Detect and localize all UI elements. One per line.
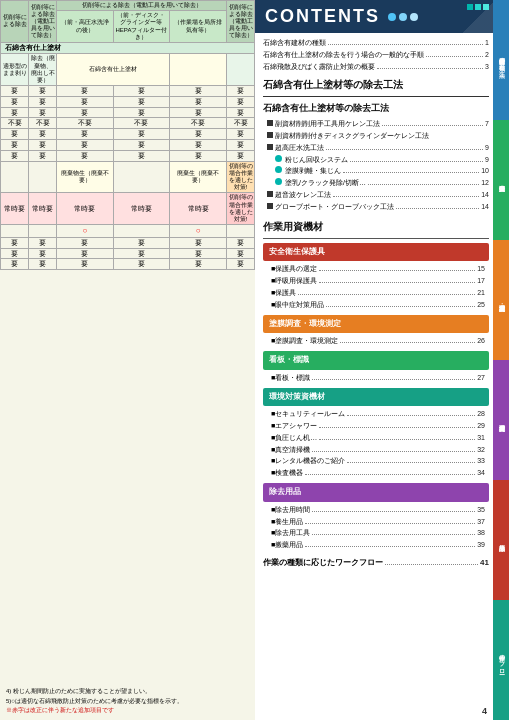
teal-bullet-3: [275, 155, 282, 162]
bullet-1: [267, 132, 273, 138]
cat-removal: 除去用品 ■除去用時間 35 ■養生用品 37 ■除去用工具 38 ■搬藥用品 …: [263, 483, 489, 551]
top-item-3-text: 石綿飛散及びばく露防止対策の概要: [263, 61, 485, 73]
rem-item-0: ■除去用時間 35: [267, 504, 485, 516]
rem-item-1: ■養生用品 37: [267, 516, 485, 528]
removal-item-1: 副資材削削付きディスクグラインダーケレン工法: [263, 130, 489, 142]
measurement-item-0: ■塗膜調査・環境測定 26: [267, 335, 485, 347]
env-item-4: ■レンタル機器のご紹介 33: [267, 455, 485, 467]
cat-removal-items: ■除去用時間 35 ■養生用品 37 ■除去用工具 38 ■搬藥用品 39: [263, 504, 489, 552]
top-item-1: 石綿含有建材の種類 1: [263, 37, 489, 49]
dots-2: [426, 56, 483, 57]
deco-dot-3: [410, 13, 418, 21]
left-page: 切削等による除去 切削等による除去（電動工具を用いて除去） 切削等による除去（電…: [0, 0, 255, 720]
right-tab-4: 環境対策資機材: [493, 360, 509, 480]
teal-sq-2: [475, 4, 481, 10]
env-item-2: ■負圧じん机… 31: [267, 432, 485, 444]
main-section-title: 石綿含有仕上塗材等の除去工法: [263, 76, 489, 97]
env-item-1: ■エアシャワー 29: [267, 420, 485, 432]
right-tab-1: 石綿含有仕上塗材の種類と工法: [493, 0, 509, 120]
teal-bullet-4: [275, 166, 282, 173]
safety-item-1: ■呼吸用保護具 17: [267, 275, 485, 287]
workflow-item: 作業の種類に応じたワークフロー 41: [263, 556, 489, 570]
top-item-1-page: 1: [485, 37, 489, 49]
removal-item-6: 超音波ケレン工法 14: [263, 189, 489, 201]
top-item-2-text: 石綿含有仕上塗材の除去を行う場合の一般的な手順: [263, 49, 485, 61]
safety-item-0: ■保護具の選定 15: [267, 263, 485, 275]
equipment-title: 作業用資機材: [263, 218, 489, 239]
cat-signage-header: 看板・標識: [263, 351, 489, 369]
cat-safety: 安全衛生保護具 ■保護具の選定 15 ■呼吸用保護具 17 ■保護具 21 ■眼…: [263, 243, 489, 311]
top-item-3-page: 3: [485, 61, 489, 73]
right-tab-2: 安全衛生保護具: [493, 120, 509, 240]
matrix-table: 切削等による除去 切削等による除去（電動工具を用いて除去） 切削等による除去（電…: [0, 0, 255, 270]
page-number: 4: [482, 706, 487, 716]
cat-environment-items: ■セキュリティールーム 28 ■エアシャワー 29 ■負圧じん机… 31 ■真空…: [263, 408, 489, 479]
right-page: CONTENTS 石綿含有建材の種類 1 石綿含有仕上塗材の除去を行う場合の一般…: [255, 0, 509, 720]
top-item-2: 石綿含有仕上塗材の除去を行う場合の一般的な手順 2: [263, 49, 489, 61]
env-item-0: ■セキュリティールーム 28: [267, 408, 485, 420]
contents-title: CONTENTS: [265, 6, 380, 27]
right-tab-3: 塗膜・環境測定材: [493, 240, 509, 360]
bullet-0: [267, 120, 273, 126]
dots-1: [328, 44, 483, 45]
env-item-5: ■検査機器 34: [267, 467, 485, 479]
right-tab-6: 作業のフロー: [493, 600, 509, 720]
cat-signage: 看板・標識 ■看板・標識 27: [263, 351, 489, 383]
contents-body: 石綿含有建材の種類 1 石綿含有仕上塗材の除去を行う場合の一般的な手順 2 石綿…: [255, 33, 509, 574]
removal-item-5: 塗乳/クラック発除/切断… 12: [263, 177, 489, 189]
bullet-6: [267, 191, 273, 197]
teal-sq-3: [483, 4, 489, 10]
top-item-1-text: 石綿含有建材の種類: [263, 37, 485, 49]
rem-item-3: ■搬藥用品 39: [267, 539, 485, 551]
cat-measurement-header: 塗膜調査・環境測定: [263, 315, 489, 333]
header-decoration: [388, 13, 418, 21]
cat-environment: 環境対策資機材 ■セキュリティールーム 28 ■エアシャワー 29 ■負圧じん机…: [263, 388, 489, 480]
removal-item-0: 副資材削削用手工具用ケレン工法 7: [263, 118, 489, 130]
cat-measurement: 塗膜調査・環境測定 ■塗膜調査・環境測定 26: [263, 315, 489, 347]
footnotes-area: 4) 粉じん期間防止のために実施することが望ましい。 5)○は適切な石綿飛散防止…: [0, 683, 255, 720]
right-tabs: 石綿含有仕上塗材の種類と工法 安全衛生保護具 塗膜・環境測定材 環境対策資機材 …: [493, 0, 509, 720]
removal-item-7: グローブボート・グローブバック工法 14: [263, 201, 489, 213]
removal-item-4: 塗膜剥離・集じん 10: [263, 165, 489, 177]
signage-item-0: ■看板・標識 27: [267, 372, 485, 384]
removal-item-2: 超高圧水洗工法 9: [263, 142, 489, 154]
deco-dot-2: [399, 13, 407, 21]
footnote-3: ※赤字は改正に伴う新たな追加項目です: [6, 706, 249, 716]
safety-item-2: ■保護具 21: [267, 287, 485, 299]
sub-section-title: 石綿含有仕上塗材等の除去工法: [263, 100, 489, 116]
cat-measurement-items: ■塗膜調査・環境測定 26: [263, 335, 489, 347]
cat-environment-header: 環境対策資機材: [263, 388, 489, 406]
deco-dot-1: [388, 13, 396, 21]
top-item-2-page: 2: [485, 49, 489, 61]
dots-3: [377, 68, 483, 69]
safety-item-3: ■眼中症対策用品 25: [267, 299, 485, 311]
cat-safety-header: 安全衛生保護具: [263, 243, 489, 261]
top-item-3: 石綿飛散及びばく露防止対策の概要 3: [263, 61, 489, 73]
cat-signage-items: ■看板・標識 27: [263, 372, 489, 384]
cat-safety-items: ■保護具の選定 15 ■呼吸用保護具 17 ■保護具 21 ■眼中症対策用品 2…: [263, 263, 489, 311]
removal-item-3: 粉じん回収システム 9: [263, 154, 489, 166]
right-tab-5: 除去用品: [493, 480, 509, 600]
teal-bullet-5: [275, 178, 282, 185]
cat-removal-header: 除去用品: [263, 483, 489, 501]
bullet-7: [267, 203, 273, 209]
footnote-1: 4) 粉じん期間防止のために実施することが望ましい。: [6, 687, 249, 697]
footnote-2: 5)○は適切な石綿飛散防止対策のために考慮が必要な指標を示す。: [6, 697, 249, 707]
env-item-3: ■真空清掃機 32: [267, 444, 485, 456]
teal-sq-1: [467, 4, 473, 10]
contents-header: CONTENTS: [255, 0, 509, 33]
header-teal-dots: [467, 4, 489, 10]
bullet-2: [267, 144, 273, 150]
rem-item-2: ■除去用工具 38: [267, 527, 485, 539]
